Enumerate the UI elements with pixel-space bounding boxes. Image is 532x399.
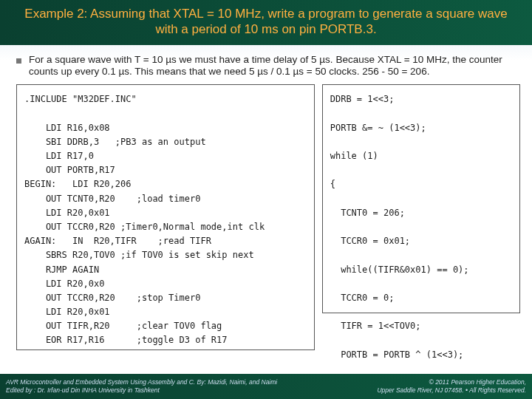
slide-title: Example 2: Assuming that XTAL = 10 MHz, … — [0, 0, 532, 45]
footer-left: AVR Microcontroller and Embedded System … — [6, 378, 277, 395]
bullet-text: For a square wave with T = 10 µs we must… — [29, 54, 520, 79]
footer-copyright-2: Upper Saddle River, NJ 07458. • All Righ… — [377, 386, 526, 395]
footer: AVR Microcontroller and Embedded System … — [0, 374, 532, 399]
slide: Example 2: Assuming that XTAL = 10 MHz, … — [0, 0, 532, 399]
c-code: DDRB = 1<<3; PORTB &= ~ (1<<3); while (1… — [330, 92, 512, 390]
footer-copyright-1: © 2011 Pearson Higher Education, — [377, 378, 526, 386]
c-code-box: DDRB = 1<<3; PORTB &= ~ (1<<3); while (1… — [322, 84, 520, 313]
footer-right: © 2011 Pearson Higher Education, Upper S… — [377, 378, 526, 395]
bullet-icon — [16, 58, 21, 64]
bullet-item: For a square wave with T = 10 µs we must… — [16, 54, 520, 79]
footer-credit-1: AVR Microcontroller and Embedded System … — [6, 378, 277, 386]
assembly-code-box: .INCLUDE "M32DEF.INC" LDI R16,0x08 SBI D… — [16, 84, 315, 350]
footer-credit-2: Edited by : Dr. Irfan-ud Din INHA Univer… — [6, 386, 277, 395]
code-row: .INCLUDE "M32DEF.INC" LDI R16,0x08 SBI D… — [16, 84, 520, 350]
assembly-code: .INCLUDE "M32DEF.INC" LDI R16,0x08 SBI D… — [24, 92, 307, 350]
body-area: For a square wave with T = 10 µs we must… — [0, 45, 532, 357]
